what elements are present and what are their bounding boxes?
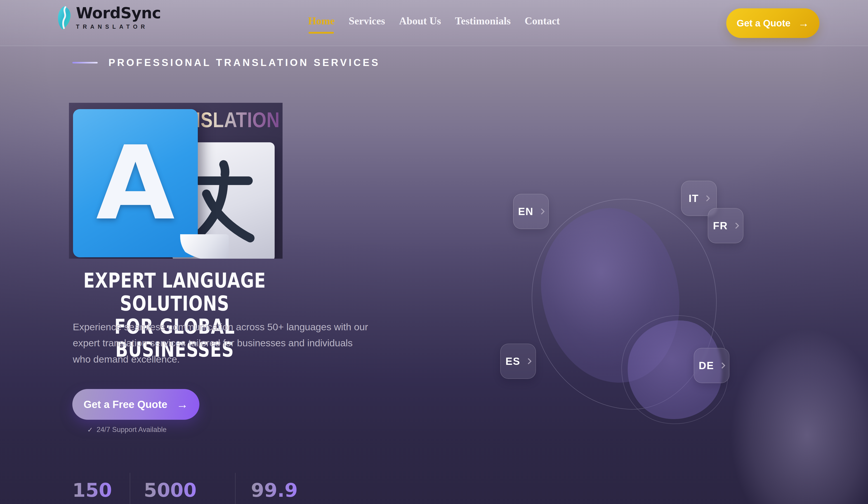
background-glow [705,294,868,504]
stat-value-projects: 5000 [144,481,197,500]
support-note: ✓ 24/7 Support Available [87,426,167,434]
brand-logo[interactable]: WordSync TRANSLATOR [57,6,161,30]
nav-item-about-us[interactable]: About Us [399,15,441,34]
illustration-letter-card: A [73,109,198,257]
brand-name: WordSync [76,6,161,21]
chevron-right-icon [538,208,545,214]
main-nav: Home Services About Us Testimonials Cont… [308,15,560,34]
chevron-right-icon [704,195,710,201]
stat-value-accuracy: 99.9 [251,481,298,500]
arrow-right-icon: → [798,18,809,29]
support-note-text: 24/7 Support Available [96,426,167,434]
language-chip-es-label: ES [505,355,520,367]
free-quote-button[interactable]: Get a Free Quote → [72,389,199,420]
brand-logo-text: WordSync TRANSLATOR [76,6,161,30]
stat-divider [130,473,130,504]
chevron-right-icon [719,363,725,369]
language-chip-de-label: DE [699,359,714,371]
nav-item-testimonials[interactable]: Testimonials [455,15,510,34]
page: WordSync TRANSLATOR Home Services About … [0,0,868,504]
chevron-right-icon [733,222,739,229]
header: WordSync TRANSLATOR Home Services About … [0,0,868,46]
check-icon: ✓ [87,426,93,434]
section-eyebrow: PROFESSIONAL TRANSLATION SERVICES [72,57,380,68]
free-quote-button-label: Get a Free Quote [84,398,167,410]
language-chip-de[interactable]: DE [694,348,730,383]
brand-logo-icon [57,6,72,30]
nav-item-contact[interactable]: Contact [525,15,560,34]
language-chip-fr-label: FR [713,220,727,232]
stat-divider [235,473,236,504]
language-chip-en[interactable]: EN [513,194,549,229]
language-chip-es[interactable]: ES [500,344,536,379]
brand-tagline: TRANSLATOR [76,23,161,30]
eyebrow-dash [72,62,98,63]
language-chip-en-label: EN [518,205,534,218]
eyebrow-title: PROFESSIONAL TRANSLATION SERVICES [108,57,380,68]
hero-title-line1: EXPERT LANGUAGE SOLUTIONS [75,269,274,315]
stat-value-languages: 150 [72,481,112,500]
hero-illustration: TRANSLATION A LANGUAGE [69,103,282,259]
arrow-right-icon: → [176,399,188,410]
nav-item-services[interactable]: Services [349,15,385,34]
hanzi-wen-glyph [188,159,259,245]
nav-item-home[interactable]: Home [308,15,335,34]
get-quote-button[interactable]: Get a Quote → [726,8,819,38]
language-chip-it-label: IT [689,192,699,204]
get-quote-button-label: Get a Quote [737,18,790,29]
illustration-letter-a: A [96,133,175,234]
hero-description: Experience seamless communication across… [73,319,369,367]
language-chip-fr[interactable]: FR [708,208,743,243]
chevron-right-icon [525,358,532,364]
